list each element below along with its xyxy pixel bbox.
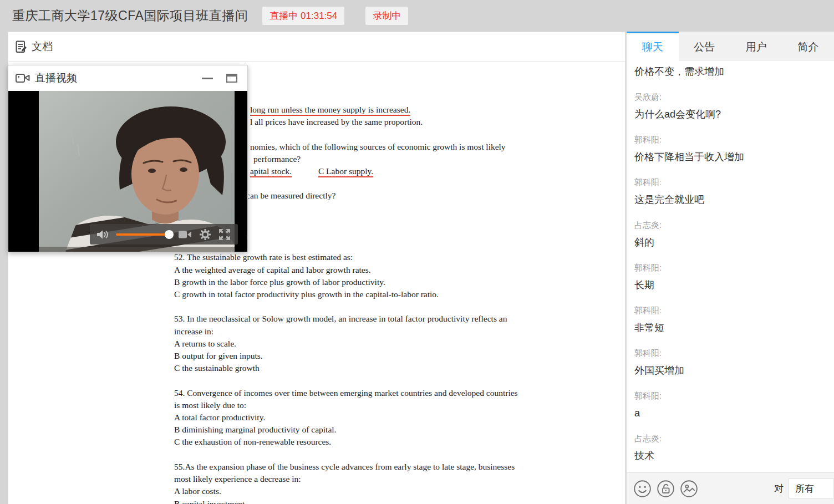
fullscreen-icon[interactable] [218,228,231,241]
chat-message: 价格不变，需求增加 [634,64,826,79]
document-text-line: B diminishing marginal productivity of c… [174,424,518,436]
chat-message: 郭科阳:a [634,390,826,421]
chat-panel: 聊天 公告 用户 简介 价格不变，需求增加吴欣蔚:为什么ad会变化啊?郭科阳:价… [626,32,834,504]
chat-message: 郭科阳:非常短 [634,305,826,335]
maximize-icon [226,74,237,83]
send-to-label: 对 [774,482,784,495]
document-text: A total factor productivity. [174,413,265,422]
document-text-line: A returns to scale. [174,338,518,350]
document-text-line: is most likely due to: [174,399,518,411]
chat-message-text: 技术 [634,448,826,464]
document-text-underlined: C Labor supply. [318,166,373,177]
chat-message-list[interactable]: 价格不变，需求增加吴欣蔚:为什么ad会变化啊?郭科阳:价格下降相当于收入增加郭科… [627,61,834,472]
document-text-line: B growth in the labor force plus growth … [174,276,518,288]
document-text: B growth in the labor force plus growth … [174,277,385,287]
maximize-button[interactable] [226,74,237,83]
chat-message-text: 长期 [634,277,826,293]
tab-announcement[interactable]: 公告 [679,32,731,61]
chat-message: 郭科阳:这是完全就业吧 [634,177,826,207]
video-stream[interactable] [8,91,247,252]
chat-message-text: a [634,405,826,421]
video-window-title: 直播视频 [35,71,189,85]
chat-message-author: 郭科阳: [634,134,826,145]
document-text-line: C the exhaustion of non-renewable resour… [174,436,518,448]
webcam-toggle-icon[interactable] [179,230,192,240]
document-text: is most likely due to: [174,400,246,410]
document-text: A returns to scale. [174,339,236,348]
minimize-button[interactable] [202,78,213,79]
document-text: A the weighted average of capital and la… [174,265,371,274]
document-text-line: 53. In the neoclassical or Solow growth … [174,313,518,325]
chat-message-author: 吴欣蔚: [634,91,826,103]
chat-message: 郭科阳:价格下降相当于收入增加 [634,134,826,165]
video-control-bar [90,224,238,245]
chat-message-text: 外国买增加 [634,363,826,378]
document-text: increase in: [174,327,213,336]
chat-message-text: 价格下降相当于收入增加 [634,149,826,165]
chat-message-text: 非常短 [634,320,826,335]
volume-icon[interactable] [96,230,109,240]
document-text-line: most likely experience a decrease in: [174,473,518,485]
audience-select[interactable]: 所有 [789,478,834,498]
document-text: most likely experience a decrease in: [174,474,301,483]
document-text-underlined: long run unless the money supply is incr… [250,105,410,116]
document-text-line: increase in: [174,325,518,338]
document-text: 53. In the neoclassical or Solow growth … [174,314,507,323]
tab-intro[interactable]: 简介 [782,32,834,61]
chat-input-bar: 对 所有 [627,472,834,504]
settings-icon[interactable] [199,228,211,241]
chat-message-author: 占志炎: [634,220,826,231]
chat-message: 占志炎:技术 [634,433,826,464]
document-text-line: A total factor productivity. [174,411,518,424]
tab-chat[interactable]: 聊天 [627,32,679,61]
document-text: performance? [253,154,301,164]
document-text: can be measured directly? [246,191,335,200]
video-window: 直播视频 [8,65,248,252]
live-classroom-screen: 重庆工商大学17级CFA国际项目班直播间 直播中 01:31:54 录制中 文档… [0,0,834,504]
document-text-line: C growth in total factor productivity pl… [174,288,518,301]
document-text: C the exhaustion of non-renewable resour… [174,437,331,446]
tab-users[interactable]: 用户 [730,32,782,61]
chat-message-text: 价格不变，需求增加 [634,64,826,79]
document-text: C the sustainable growth [174,363,260,373]
lock-icon[interactable] [657,480,675,498]
document-text-line: B output for given inputs. [174,350,518,362]
document-text: B capital investment [174,499,245,504]
chat-message-author: 郭科阳: [634,177,826,188]
volume-slider-knob[interactable] [165,230,174,239]
document-text: l all prices have increased by the same … [250,117,423,126]
top-bar: 重庆工商大学17级CFA国际项目班直播间 直播中 01:31:54 录制中 [0,0,834,31]
chat-message-text: 斜的 [634,235,826,250]
chat-message: 郭科阳:长期 [634,262,826,293]
document-panel-header: 文档 [8,32,625,62]
volume-slider[interactable] [116,233,171,236]
document-text: A labor costs. [174,486,221,496]
document-text: B diminishing marginal productivity of c… [174,425,336,434]
document-text: nomies, which of the following sources o… [250,142,506,151]
chat-message-text: 为什么ad会变化啊? [634,106,826,122]
document-icon [16,40,27,53]
document-text-underlined: apital stock. [250,166,292,177]
chat-message-text: 这是完全就业吧 [634,192,826,207]
document-panel-title: 文档 [32,39,53,54]
chat-message: 郭科阳:外国买增加 [634,348,826,378]
chat-message-author: 郭科阳: [634,390,826,401]
chat-tab-bar: 聊天 公告 用户 简介 [627,32,834,61]
emoji-icon[interactable] [633,480,652,498]
camera-icon [16,73,30,84]
document-text-line [174,374,518,386]
document-text: C growth in total factor productivity pl… [174,289,439,299]
document-text: 55.As the expansion phase of the busines… [174,462,515,471]
room-title: 重庆工商大学17级CFA国际项目班直播间 [12,7,248,24]
document-text-line: 55.As the expansion phase of the busines… [174,461,518,473]
document-text-line: A the weighted average of capital and la… [174,264,518,276]
document-text-line: C the sustainable growth [174,362,518,374]
document-text-line: 52. The sustainable growth rate is best … [174,251,518,263]
image-icon[interactable] [680,480,698,498]
video-window-titlebar[interactable]: 直播视频 [8,65,247,91]
document-text-line [174,301,518,313]
chat-message-author: 郭科阳: [634,305,826,316]
document-text-line: 54. Convergence of incomes over time bet… [174,387,518,399]
document-text: 52. The sustainable growth rate is best … [174,252,353,262]
live-status-badge: 直播中 01:31:54 [262,7,344,25]
